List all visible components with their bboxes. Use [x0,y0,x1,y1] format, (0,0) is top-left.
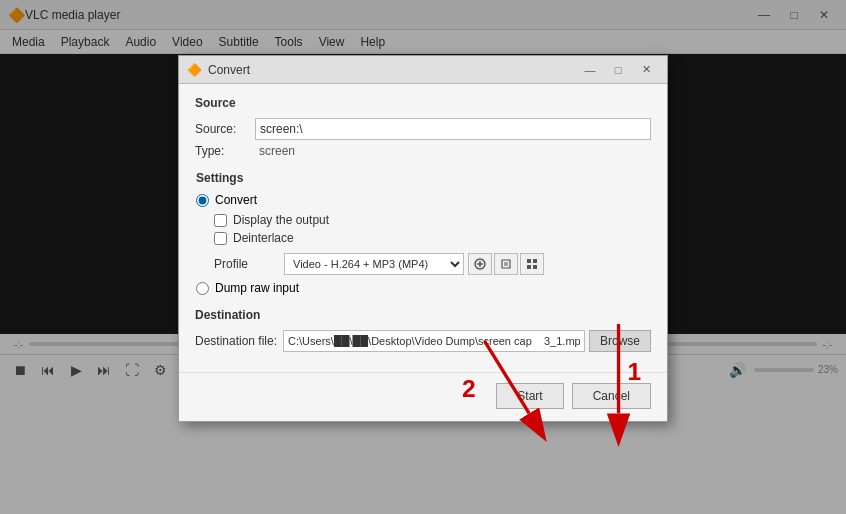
dialog-close-button[interactable]: ✕ [633,61,659,79]
modal-overlay: 🔶 Convert — □ ✕ Source Source: [0,0,846,514]
dialog-title: Convert [208,63,577,77]
svg-rect-8 [533,265,537,269]
dump-raw-row: Dump raw input [196,281,650,295]
source-section-label: Source [195,96,651,110]
convert-radio[interactable] [196,194,209,207]
destination-section: Destination Destination file: Browse [195,308,651,352]
profile-icon-group [468,253,544,275]
profile-label: Profile [214,257,284,271]
settings-section-label: Settings [196,171,650,185]
dialog-controls: — □ ✕ [577,61,659,79]
svg-rect-7 [527,265,531,269]
profile-row: Profile Video - H.264 + MP3 (MP4) Video … [196,253,650,275]
convert-radio-row: Convert [196,193,650,207]
dialog-title-bar: 🔶 Convert — □ ✕ [179,56,667,84]
display-output-label: Display the output [233,213,329,227]
dest-file-label: Destination file: [195,334,277,348]
convert-dialog: 🔶 Convert — □ ✕ Source Source: [178,55,668,422]
deinterlace-checkbox[interactable] [214,232,227,245]
profile-grid-button[interactable] [520,253,544,275]
display-output-row: Display the output [196,213,650,227]
dialog-minimize-button[interactable]: — [577,61,603,79]
type-label: Type: [195,144,255,158]
profile-edit-button[interactable] [468,253,492,275]
destination-file-row: Destination file: Browse [195,330,651,352]
settings-section: Settings Convert Display the output [195,170,651,296]
source-label: Source: [195,122,255,136]
type-value: screen [259,144,295,158]
destination-section-label: Destination [195,308,651,322]
dialog-footer: Start Cancel [179,372,667,421]
display-output-checkbox[interactable] [214,214,227,227]
vlc-window: 🔶 VLC media player — □ ✕ Media Playback … [0,0,846,514]
dialog-icon: 🔶 [187,63,202,77]
convert-radio-label: Convert [215,193,257,207]
destination-file-input[interactable] [283,330,585,352]
profile-new-button[interactable] [494,253,518,275]
deinterlace-row: Deinterlace [196,231,650,245]
dialog-maximize-button[interactable]: □ [605,61,631,79]
source-section: Source Source: Type: screen [195,96,651,158]
type-row: Type: screen [195,144,651,158]
dump-raw-radio[interactable] [196,282,209,295]
svg-rect-5 [527,259,531,263]
svg-rect-6 [533,259,537,263]
dump-raw-label: Dump raw input [215,281,299,295]
source-row: Source: [195,118,651,140]
deinterlace-label: Deinterlace [233,231,294,245]
dialog-body: Source Source: Type: screen Settings [179,84,667,364]
start-button[interactable]: Start [496,383,563,409]
source-input[interactable] [255,118,651,140]
cancel-button[interactable]: Cancel [572,383,651,409]
profile-select[interactable]: Video - H.264 + MP3 (MP4) Video - H.265 … [284,253,464,275]
browse-button[interactable]: Browse [589,330,651,352]
